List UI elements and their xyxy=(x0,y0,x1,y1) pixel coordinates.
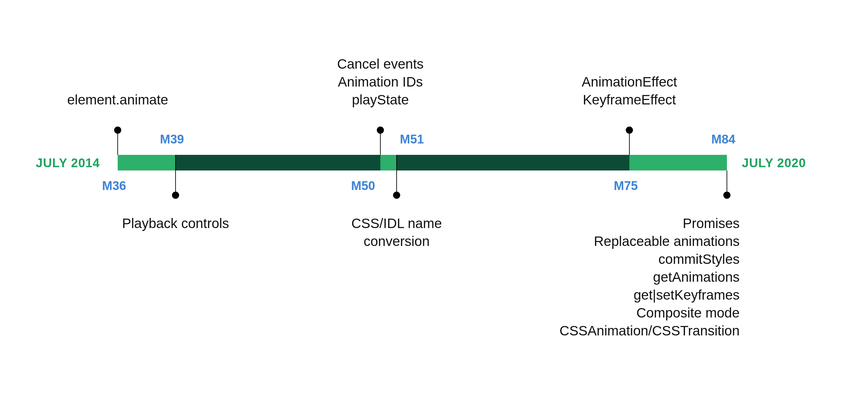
timeline-segment xyxy=(118,155,176,171)
feature-m84-2: commitStyles xyxy=(658,251,740,268)
feature-m75-0: AnimationEffect xyxy=(582,73,677,91)
feature-m75-1: KeyframeEffect xyxy=(583,91,676,109)
feature-m51-0: Cancel events xyxy=(337,55,424,73)
timeline-segment xyxy=(380,155,397,171)
timeline-divider xyxy=(396,155,397,171)
event-dot-m36 xyxy=(114,126,121,134)
milestone-m51: M51 xyxy=(400,133,424,146)
feature-m50-0: CSS/IDL name xyxy=(351,215,442,233)
feature-m84-6: CSSAnimation/CSSTransition xyxy=(559,322,740,340)
event-dot-m51 xyxy=(377,126,384,134)
feature-m84-0: Promises xyxy=(683,215,740,233)
timeline-start-label: JULY 2014 xyxy=(36,156,100,170)
feature-m36-0: element.animate xyxy=(67,91,168,109)
feature-m84-5: Composite mode xyxy=(637,304,740,322)
event-dot-m84 xyxy=(723,192,731,199)
event-dot-m75 xyxy=(626,126,633,134)
feature-m84-4: get|setKeyframes xyxy=(633,286,740,304)
event-stem-m51 xyxy=(380,130,381,155)
event-dot-m39 xyxy=(172,192,179,199)
milestone-m39: M39 xyxy=(160,133,184,146)
milestone-m50: M50 xyxy=(351,179,375,193)
timeline-diagram: JULY 2014 JULY 2020 M36 element.animate … xyxy=(0,0,868,406)
timeline-segment xyxy=(629,155,727,171)
feature-m51-2: playState xyxy=(352,91,409,109)
timeline-end-label: JULY 2020 xyxy=(742,156,806,170)
feature-m51-1: Animation IDs xyxy=(338,73,423,91)
feature-m50-1: conversion xyxy=(364,233,429,251)
timeline-divider xyxy=(175,155,176,171)
event-stem-m36 xyxy=(117,130,118,155)
timeline-segment xyxy=(397,155,629,171)
feature-m39-0: Playback controls xyxy=(122,215,229,233)
event-stem-m75 xyxy=(629,130,630,155)
event-dot-m50 xyxy=(393,192,400,199)
feature-m84-3: getAnimations xyxy=(653,268,740,286)
milestone-m36: M36 xyxy=(102,179,126,193)
milestone-m75: M75 xyxy=(614,179,638,193)
feature-m84-1: Replaceable animations xyxy=(594,233,740,251)
milestone-m84: M84 xyxy=(711,133,735,146)
timeline-segment xyxy=(176,155,380,171)
